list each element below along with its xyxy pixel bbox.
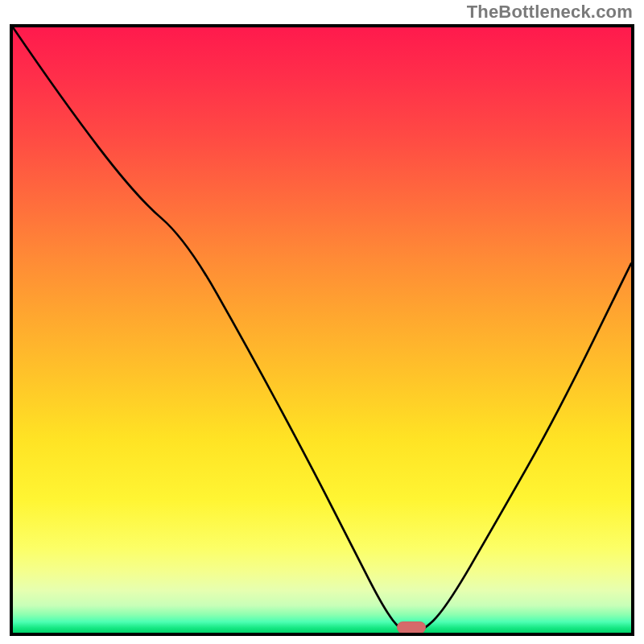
page-root: TheBottleneck.com: [0, 0, 644, 644]
optimal-point-marker: [397, 621, 426, 634]
bottleneck-curve: [13, 27, 631, 633]
source-credit: TheBottleneck.com: [467, 2, 633, 23]
curve-path: [13, 27, 631, 633]
chart-frame: [10, 24, 634, 636]
